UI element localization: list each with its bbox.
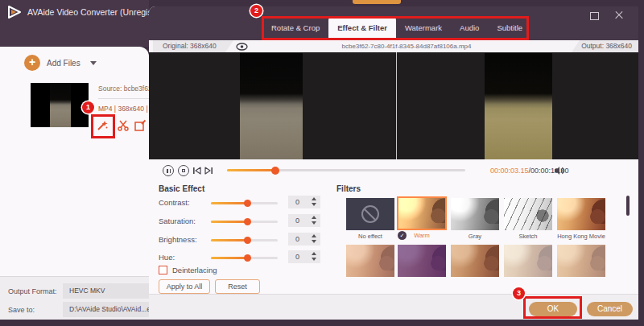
contrast-row: Contrast: 0 <box>159 197 320 208</box>
video-filename: bcbe3f62-7c80-4f1f-8345-84d87af8106a.mp4 <box>242 40 572 52</box>
hue-row: Hue: 0 <box>159 252 320 263</box>
saturation-handle[interactable] <box>244 218 251 225</box>
original-video-preview <box>240 53 303 159</box>
brightness-label: Brightness: <box>159 235 197 244</box>
annotation-badge-step2: 2 <box>250 5 262 17</box>
filters-scrollbar[interactable] <box>626 196 630 216</box>
seek-handle[interactable] <box>271 167 279 175</box>
spin-down-icon[interactable] <box>312 240 316 243</box>
volume-icon[interactable] <box>554 166 564 175</box>
filter-sketch[interactable]: Sketch <box>504 198 552 240</box>
time-elapsed: 00:00:03.15 <box>490 167 529 175</box>
brightness-handle[interactable] <box>244 237 251 244</box>
selected-check-icon: ✓ <box>398 231 407 240</box>
brightness-slider[interactable] <box>211 239 278 241</box>
contrast-slider[interactable] <box>211 202 278 204</box>
saturation-label: Saturation: <box>159 217 196 225</box>
filters-title: Filters <box>336 184 361 193</box>
next-frame-button[interactable] <box>204 167 213 175</box>
cut-scissors-button[interactable] <box>117 119 130 132</box>
hue-handle[interactable] <box>244 254 251 262</box>
video-thumbnail[interactable] <box>31 83 89 127</box>
contrast-spinbox[interactable]: 0 <box>288 196 320 208</box>
filtered-video-preview <box>485 53 552 159</box>
spin-up-icon[interactable] <box>312 216 316 219</box>
annotation-rect-step1 <box>91 114 115 138</box>
add-files-button[interactable]: + Add Files <box>24 55 97 71</box>
filter-thumb-row2-2[interactable] <box>398 245 446 277</box>
pause-button[interactable] <box>163 165 174 176</box>
filter-thumb-row2-1[interactable] <box>346 245 394 277</box>
file-list-panel: + Add Files Source: bcbe3f62 MP4 | 368x6… <box>0 47 149 276</box>
stop-button[interactable] <box>178 165 189 176</box>
thumbnail-image <box>50 83 71 127</box>
annotation-badge-step3: 3 <box>513 287 525 299</box>
contrast-label: Contrast: <box>159 198 190 207</box>
seek-fill <box>227 169 275 171</box>
video-preview-area <box>149 52 638 159</box>
preview-divider[interactable] <box>396 52 397 159</box>
chevron-down-icon[interactable] <box>90 61 97 65</box>
hue-spinbox[interactable]: 0 <box>288 250 320 263</box>
filter-gray[interactable]: Gray <box>451 198 499 240</box>
maximize-button[interactable] <box>590 12 599 20</box>
filter-thumb-row2-3[interactable] <box>451 245 499 277</box>
playback-controls: 00:00:03.15/00:00:19.00 <box>149 159 638 182</box>
saturation-slider[interactable] <box>211 221 278 223</box>
file-format-info: MP4 | 368x640 | 0 <box>98 105 149 113</box>
spin-down-icon[interactable] <box>312 203 316 206</box>
output-settings-panel: Output Format: HEVC MKV Save to: D:\AVAi… <box>0 276 149 320</box>
file-source-text: Source: bcbe3f62 <box>98 85 149 93</box>
output-format-select[interactable]: HEVC MKV <box>63 283 151 299</box>
basic-effect-title: Basic Effect <box>159 184 204 193</box>
annotation-rect-step3 <box>523 296 582 319</box>
deinterlacing-label: Deinterlacing <box>172 266 217 274</box>
brightness-row: Brightness: 0 <box>159 234 320 246</box>
brightness-spinbox[interactable]: 0 <box>288 233 320 246</box>
spin-up-icon[interactable] <box>312 197 316 200</box>
close-button[interactable] <box>613 10 625 21</box>
deinterlacing-option: Deinterlacing <box>159 266 217 274</box>
crop-edit-button[interactable] <box>134 119 147 132</box>
no-effect-icon <box>361 205 379 223</box>
filter-hong-kong-movie[interactable]: Hong Kong Movie <box>557 198 605 240</box>
save-to-label: Save to: <box>8 306 35 314</box>
spin-up-icon[interactable] <box>312 234 316 237</box>
hue-label: Hue: <box>159 253 175 262</box>
app-logo-icon <box>6 5 23 19</box>
cancel-button[interactable]: Cancel <box>587 302 633 316</box>
spin-up-icon[interactable] <box>312 252 316 255</box>
plus-icon: + <box>24 55 40 71</box>
main-titlebar: AVAide Video Converter (Unregistered) <box>0 0 149 47</box>
save-to-field[interactable]: D:\AVAide Studio\AVAid...eo Con <box>63 302 151 317</box>
spin-down-icon[interactable] <box>312 258 316 261</box>
annotation-orange-pill <box>353 0 401 4</box>
filter-no-effect[interactable]: No effect <box>346 198 394 240</box>
saturation-spinbox[interactable]: 0 <box>288 214 320 227</box>
reset-button[interactable]: Reset <box>215 279 260 294</box>
output-resolution-badge: Output: 368x640 <box>572 40 638 52</box>
spin-down-icon[interactable] <box>312 221 316 225</box>
original-resolution-badge: Original: 368x640 <box>153 40 233 52</box>
apply-to-all-button[interactable]: Apply to All <box>159 279 210 294</box>
divider <box>98 98 149 99</box>
annotation-rect-step2 <box>262 16 529 40</box>
annotation-badge-step1: 1 <box>82 101 94 113</box>
contrast-handle[interactable] <box>244 200 251 207</box>
previous-frame-button[interactable] <box>192 167 201 175</box>
filter-thumb-row2-5[interactable] <box>557 245 605 277</box>
add-files-label: Add Files <box>47 59 80 68</box>
saturation-row: Saturation: 0 <box>159 216 320 227</box>
hue-slider[interactable] <box>211 257 278 259</box>
deinterlacing-checkbox[interactable] <box>159 266 167 274</box>
seek-slider[interactable] <box>227 169 465 171</box>
filter-thumb-row2-4[interactable] <box>504 245 552 277</box>
output-format-label: Output Format: <box>8 287 57 295</box>
